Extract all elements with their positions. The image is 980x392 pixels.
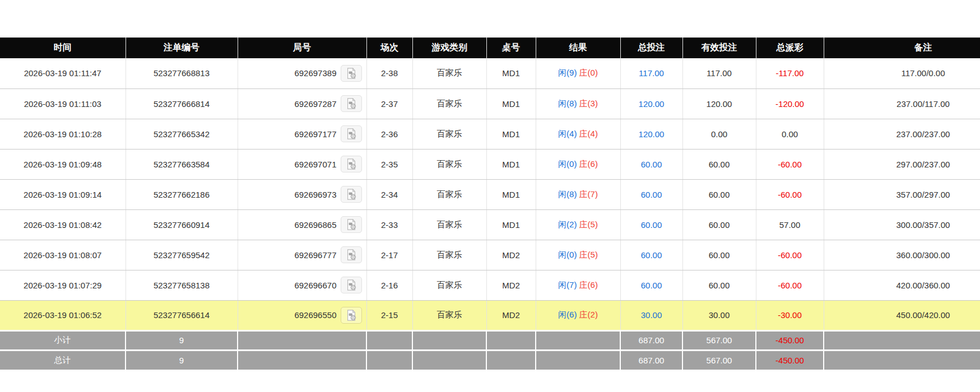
result-banker: 庄(0)	[579, 68, 598, 77]
total-bet-cell: 120.00	[620, 119, 682, 149]
summary-label-cell: 总计	[0, 350, 126, 370]
summary-label-cell: 小计	[0, 330, 126, 350]
video-replay-button[interactable]	[341, 156, 362, 172]
bet-id-cell: 523277666814	[126, 88, 238, 119]
video-replay-button[interactable]	[341, 216, 362, 233]
table-no-cell: MD2	[486, 270, 536, 300]
summary-valid-bet-cell: 567.00	[682, 350, 756, 370]
table-body: 2026-03-19 01:11:47 523277668813 6926973…	[0, 58, 980, 370]
video-replay-button[interactable]	[341, 277, 362, 293]
result-player: 闲(0)	[558, 159, 577, 169]
session-cell: 2-37	[366, 88, 412, 119]
video-replay-button[interactable]	[341, 125, 362, 142]
bet-id-cell: 523277663584	[126, 149, 238, 179]
total-bet-cell: 60.00	[620, 270, 682, 300]
bet-id-cell: 523277659542	[126, 240, 238, 270]
valid-bet-cell: 60.00	[682, 240, 756, 270]
video-replay-icon	[345, 249, 357, 261]
table-no-cell: MD2	[486, 300, 536, 330]
game-type-cell: 百家乐	[412, 88, 486, 119]
summary-empty-game	[412, 330, 486, 350]
bet-id-cell: 523277656614	[126, 300, 238, 330]
time-cell: 2026-03-19 01:06:52	[0, 300, 126, 330]
video-replay-icon	[345, 279, 357, 291]
summary-row: 小计 9 687.00 567.00 -450.00	[0, 330, 980, 350]
payout-cell: 57.00	[756, 209, 824, 240]
result-cell: 闲(9) 庄(0)	[536, 58, 620, 88]
valid-bet-cell: 60.00	[682, 149, 756, 179]
summary-empty-game	[412, 350, 486, 370]
table-row: 2026-03-19 01:11:47 523277668813 6926973…	[0, 58, 980, 88]
game-type-cell: 百家乐	[412, 149, 486, 179]
summary-empty-session	[366, 350, 412, 370]
payout-cell: -60.00	[756, 179, 824, 209]
total-bet-cell: 117.00	[620, 58, 682, 88]
summary-total-bet-cell: 687.00	[620, 330, 682, 350]
time-cell: 2026-03-19 01:08:42	[0, 209, 126, 240]
col-header-result: 结果	[536, 38, 620, 58]
table-row: 2026-03-19 01:11:03 523277666814 6926972…	[0, 88, 980, 119]
summary-empty-session	[366, 330, 412, 350]
round-cell: 692696777	[238, 240, 366, 270]
session-cell: 2-17	[366, 240, 412, 270]
result-banker: 庄(5)	[579, 220, 598, 229]
time-cell: 2026-03-19 01:09:48	[0, 149, 126, 179]
video-replay-button[interactable]	[341, 307, 362, 324]
round-cell: 692697177	[238, 119, 366, 149]
bet-history-table: 时间 注单编号 局号 场次 游戏类别 桌号 结果 总投注 有效投注 总派彩 备注…	[0, 38, 980, 370]
summary-empty-table	[486, 330, 536, 350]
col-header-game-type: 游戏类别	[412, 38, 486, 58]
round-id-text: 692697389	[294, 68, 336, 78]
payout-cell: -60.00	[756, 240, 824, 270]
session-cell: 2-38	[366, 58, 412, 88]
total-bet-cell: 60.00	[620, 179, 682, 209]
session-cell: 2-15	[366, 300, 412, 330]
col-header-bet-id: 注单编号	[126, 38, 238, 58]
valid-bet-cell: 117.00	[682, 58, 756, 88]
result-player: 闲(8)	[558, 99, 577, 108]
summary-empty-remark	[824, 330, 980, 350]
video-replay-icon	[345, 158, 357, 170]
time-cell: 2026-03-19 01:07:29	[0, 270, 126, 300]
table-row: 2026-03-19 01:06:52 523277656614 6926965…	[0, 300, 980, 330]
summary-count-cell: 9	[126, 350, 238, 370]
summary-empty-table	[486, 350, 536, 370]
result-player: 闲(7)	[558, 280, 577, 290]
bet-id-cell: 523277658138	[126, 270, 238, 300]
summary-total-bet-cell: 687.00	[620, 350, 682, 370]
col-header-session: 场次	[366, 38, 412, 58]
col-header-payout: 总派彩	[756, 38, 824, 58]
result-cell: 闲(0) 庄(5)	[536, 240, 620, 270]
result-player: 闲(6)	[558, 310, 577, 319]
round-id-text: 692696973	[294, 190, 336, 199]
round-id-text: 692696865	[294, 220, 336, 230]
result-cell: 闲(4) 庄(4)	[536, 119, 620, 149]
summary-empty-result	[536, 350, 620, 370]
video-replay-button[interactable]	[341, 65, 362, 82]
total-bet-cell: 60.00	[620, 149, 682, 179]
result-cell: 闲(8) 庄(3)	[536, 88, 620, 119]
video-replay-icon	[345, 188, 357, 200]
payout-cell: -30.00	[756, 300, 824, 330]
bet-id-cell: 523277660914	[126, 209, 238, 240]
result-banker: 庄(5)	[579, 250, 598, 259]
round-id-text: 692696550	[294, 310, 336, 320]
video-replay-button[interactable]	[341, 95, 362, 112]
video-replay-button[interactable]	[341, 246, 362, 263]
col-header-remark: 备注	[824, 38, 980, 58]
table-no-cell: MD1	[486, 88, 536, 119]
col-header-valid-bet: 有效投注	[682, 38, 756, 58]
round-cell: 692696865	[238, 209, 366, 240]
table-row: 2026-03-19 01:07:29 523277658138 6926966…	[0, 270, 980, 300]
result-cell: 闲(2) 庄(5)	[536, 209, 620, 240]
remark-cell: 450.00/420.00	[824, 300, 980, 330]
round-id-text: 692696777	[294, 250, 336, 260]
table-header: 时间 注单编号 局号 场次 游戏类别 桌号 结果 总投注 有效投注 总派彩 备注	[0, 38, 980, 58]
round-id-text: 692697071	[294, 160, 336, 169]
summary-valid-bet-cell: 567.00	[682, 330, 756, 350]
bet-id-cell: 523277662186	[126, 179, 238, 209]
video-replay-button[interactable]	[341, 186, 362, 203]
round-cell: 692696550	[238, 300, 366, 330]
video-replay-icon	[345, 128, 357, 140]
col-header-round-id: 局号	[238, 38, 366, 58]
